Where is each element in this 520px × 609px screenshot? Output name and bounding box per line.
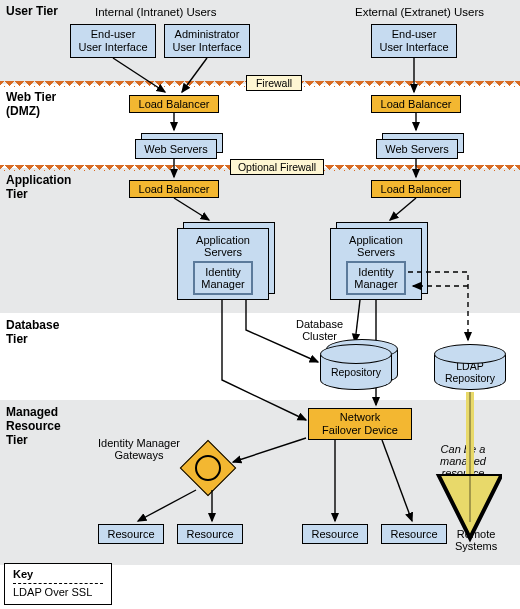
enduser-ui-external: End-user User Interface (371, 24, 457, 58)
web-servers-label: Web Servers (135, 139, 217, 159)
enduser-ui-internal: End-user User Interface (70, 24, 156, 58)
app-servers-label: Application Servers (337, 234, 415, 258)
app-servers-internal: Application Servers Identity Manager (177, 228, 269, 300)
firewall-label: Firewall (246, 75, 302, 91)
resource-4: Resource (381, 524, 447, 544)
load-balancer-web-internal: Load Balancer (129, 95, 219, 113)
web-servers-external: Web Servers (376, 139, 458, 159)
header-external: External (Extranet) Users (355, 6, 484, 18)
key-title: Key (13, 568, 103, 580)
can-be-managed-note: Can be a managed resource (440, 443, 486, 479)
tier-label-user: User Tier (6, 4, 58, 18)
app-servers-external: Application Servers Identity Manager (330, 228, 422, 300)
app-servers-label: Application Servers (184, 234, 262, 258)
resource-1: Resource (98, 524, 164, 544)
tier-label-app: Application Tier (6, 173, 71, 201)
key-dashed-line (13, 583, 103, 584)
load-balancer-web-external: Load Balancer (371, 95, 461, 113)
key-ldap-ssl: LDAP Over SSL (13, 586, 103, 598)
web-servers-label: Web Servers (376, 139, 458, 159)
gateways-label: Identity Manager Gateways (98, 437, 180, 461)
tier-label-db: Database Tier (6, 318, 59, 346)
optional-firewall-label: Optional Firewall (230, 159, 324, 175)
ldap-repo-cylinder: LDAP Repository (434, 344, 506, 390)
repository-cylinder: Repository (320, 344, 392, 390)
remote-systems-label: Remote Systems (455, 528, 497, 552)
legend-key: Key LDAP Over SSL (4, 563, 112, 605)
identity-manager-external: Identity Manager (346, 261, 405, 295)
identity-manager-internal: Identity Manager (193, 261, 252, 295)
admin-ui: Administrator User Interface (164, 24, 250, 58)
header-internal: Internal (Intranet) Users (95, 6, 216, 18)
tier-label-managed: Managed Resource Tier (6, 405, 61, 447)
resource-3: Resource (302, 524, 368, 544)
web-servers-internal: Web Servers (135, 139, 217, 159)
resource-2: Resource (177, 524, 243, 544)
network-failover: Network Failover Device (308, 408, 412, 440)
load-balancer-app-internal: Load Balancer (129, 180, 219, 198)
repository-label: Repository (331, 366, 381, 378)
load-balancer-app-external: Load Balancer (371, 180, 461, 198)
tier-label-web: Web Tier (DMZ) (6, 90, 56, 118)
